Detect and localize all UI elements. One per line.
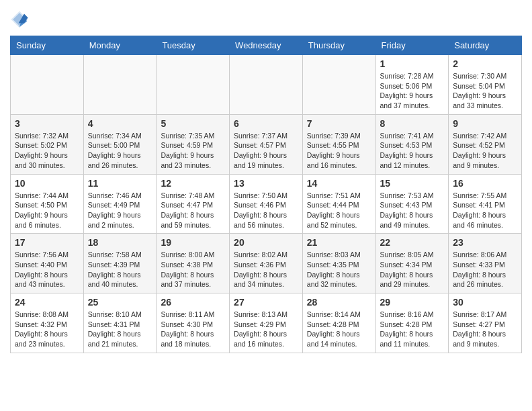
- week-row-3: 10Sunrise: 7:44 AMSunset: 4:50 PMDayligh…: [11, 174, 522, 234]
- day-cell: [11, 55, 84, 115]
- day-info: Sunrise: 7:30 AMSunset: 5:04 PMDaylight:…: [453, 71, 517, 111]
- day-info: Sunrise: 8:08 AMSunset: 4:32 PMDaylight:…: [15, 310, 79, 349]
- day-info: Sunrise: 7:42 AMSunset: 4:52 PMDaylight:…: [453, 131, 517, 171]
- day-cell: 4Sunrise: 7:34 AMSunset: 5:00 PMDaylight…: [83, 114, 157, 174]
- day-number: 22: [380, 237, 445, 248]
- header-monday: Monday: [83, 36, 157, 55]
- day-number: 14: [307, 178, 371, 189]
- day-info: Sunrise: 7:39 AMSunset: 4:55 PMDaylight:…: [307, 131, 371, 171]
- day-info: Sunrise: 8:16 AMSunset: 4:28 PMDaylight:…: [380, 310, 445, 349]
- day-cell: 17Sunrise: 7:56 AMSunset: 4:40 PMDayligh…: [11, 234, 84, 293]
- day-cell: 25Sunrise: 8:10 AMSunset: 4:31 PMDayligh…: [83, 293, 157, 353]
- day-cell: 6Sunrise: 7:37 AMSunset: 4:57 PMDaylight…: [230, 114, 303, 174]
- day-number: 1: [380, 58, 445, 69]
- page-header: [10, 10, 522, 29]
- day-number: 20: [234, 237, 298, 248]
- day-cell: 23Sunrise: 8:06 AMSunset: 4:33 PMDayligh…: [449, 234, 522, 293]
- day-number: 19: [161, 237, 225, 248]
- day-cell: 29Sunrise: 8:16 AMSunset: 4:28 PMDayligh…: [375, 293, 449, 353]
- logo: [10, 10, 32, 29]
- day-info: Sunrise: 8:06 AMSunset: 4:33 PMDaylight:…: [453, 250, 517, 289]
- header-saturday: Saturday: [449, 36, 522, 55]
- day-info: Sunrise: 7:34 AMSunset: 5:00 PMDaylight:…: [88, 131, 152, 171]
- header-wednesday: Wednesday: [230, 36, 303, 55]
- day-cell: 30Sunrise: 8:17 AMSunset: 4:27 PMDayligh…: [449, 293, 522, 353]
- day-info: Sunrise: 8:14 AMSunset: 4:28 PMDaylight:…: [307, 310, 371, 349]
- header-friday: Friday: [375, 36, 449, 55]
- week-row-5: 24Sunrise: 8:08 AMSunset: 4:32 PMDayligh…: [11, 293, 522, 353]
- day-number: 16: [453, 178, 517, 189]
- day-cell: 27Sunrise: 8:13 AMSunset: 4:29 PMDayligh…: [230, 293, 303, 353]
- day-info: Sunrise: 7:44 AMSunset: 4:50 PMDaylight:…: [15, 191, 79, 230]
- day-cell: 16Sunrise: 7:55 AMSunset: 4:41 PMDayligh…: [449, 174, 522, 234]
- day-info: Sunrise: 8:05 AMSunset: 4:34 PMDaylight:…: [380, 250, 445, 289]
- calendar-header: SundayMondayTuesdayWednesdayThursdayFrid…: [11, 36, 522, 55]
- day-number: 8: [380, 118, 445, 129]
- day-info: Sunrise: 7:55 AMSunset: 4:41 PMDaylight:…: [453, 191, 517, 230]
- day-number: 18: [88, 237, 152, 248]
- day-info: Sunrise: 7:37 AMSunset: 4:57 PMDaylight:…: [234, 131, 298, 171]
- day-info: Sunrise: 8:13 AMSunset: 4:29 PMDaylight:…: [234, 310, 298, 349]
- day-info: Sunrise: 8:03 AMSunset: 4:35 PMDaylight:…: [307, 250, 371, 289]
- day-number: 23: [453, 237, 517, 248]
- day-cell: 12Sunrise: 7:48 AMSunset: 4:47 PMDayligh…: [157, 174, 230, 234]
- day-cell: 26Sunrise: 8:11 AMSunset: 4:30 PMDayligh…: [157, 293, 230, 353]
- day-number: 7: [307, 118, 371, 129]
- day-info: Sunrise: 7:50 AMSunset: 4:46 PMDaylight:…: [234, 191, 298, 230]
- logo-icon: [10, 10, 29, 29]
- day-cell: 14Sunrise: 7:51 AMSunset: 4:44 PMDayligh…: [302, 174, 375, 234]
- day-number: 12: [161, 178, 225, 189]
- day-number: 25: [88, 297, 152, 308]
- week-row-2: 3Sunrise: 7:32 AMSunset: 5:02 PMDaylight…: [11, 114, 522, 174]
- day-number: 17: [15, 237, 79, 248]
- day-cell: 28Sunrise: 8:14 AMSunset: 4:28 PMDayligh…: [302, 293, 375, 353]
- day-cell: [230, 55, 303, 115]
- day-info: Sunrise: 7:48 AMSunset: 4:47 PMDaylight:…: [161, 191, 225, 230]
- day-number: 26: [161, 297, 225, 308]
- day-number: 3: [15, 118, 79, 129]
- day-number: 4: [88, 118, 152, 129]
- calendar-table: SundayMondayTuesdayWednesdayThursdayFrid…: [10, 36, 522, 353]
- header-sunday: Sunday: [11, 36, 84, 55]
- header-tuesday: Tuesday: [157, 36, 230, 55]
- day-cell: 3Sunrise: 7:32 AMSunset: 5:02 PMDaylight…: [11, 114, 84, 174]
- day-number: 10: [15, 178, 79, 189]
- day-info: Sunrise: 8:11 AMSunset: 4:30 PMDaylight:…: [161, 310, 225, 349]
- day-number: 5: [161, 118, 225, 129]
- day-info: Sunrise: 7:46 AMSunset: 4:49 PMDaylight:…: [88, 191, 152, 230]
- page-container: SundayMondayTuesdayWednesdayThursdayFrid…: [0, 0, 532, 360]
- week-row-1: 1Sunrise: 7:28 AMSunset: 5:06 PMDaylight…: [11, 55, 522, 115]
- day-number: 9: [453, 118, 517, 129]
- day-number: 11: [88, 178, 152, 189]
- day-number: 28: [307, 297, 371, 308]
- day-cell: 9Sunrise: 7:42 AMSunset: 4:52 PMDaylight…: [449, 114, 522, 174]
- day-number: 29: [380, 297, 445, 308]
- day-info: Sunrise: 8:02 AMSunset: 4:36 PMDaylight:…: [234, 250, 298, 289]
- day-info: Sunrise: 8:17 AMSunset: 4:27 PMDaylight:…: [453, 310, 517, 349]
- day-cell: 13Sunrise: 7:50 AMSunset: 4:46 PMDayligh…: [230, 174, 303, 234]
- day-cell: 18Sunrise: 7:58 AMSunset: 4:39 PMDayligh…: [83, 234, 157, 293]
- day-number: 21: [307, 237, 371, 248]
- day-cell: 11Sunrise: 7:46 AMSunset: 4:49 PMDayligh…: [83, 174, 157, 234]
- day-cell: 24Sunrise: 8:08 AMSunset: 4:32 PMDayligh…: [11, 293, 84, 353]
- day-number: 30: [453, 297, 517, 308]
- week-row-4: 17Sunrise: 7:56 AMSunset: 4:40 PMDayligh…: [11, 234, 522, 293]
- day-info: Sunrise: 8:00 AMSunset: 4:38 PMDaylight:…: [161, 250, 225, 289]
- day-cell: 22Sunrise: 8:05 AMSunset: 4:34 PMDayligh…: [375, 234, 449, 293]
- day-cell: 2Sunrise: 7:30 AMSunset: 5:04 PMDaylight…: [449, 55, 522, 115]
- day-number: 13: [234, 178, 298, 189]
- day-info: Sunrise: 7:51 AMSunset: 4:44 PMDaylight:…: [307, 191, 371, 230]
- day-info: Sunrise: 7:32 AMSunset: 5:02 PMDaylight:…: [15, 131, 79, 171]
- day-info: Sunrise: 8:10 AMSunset: 4:31 PMDaylight:…: [88, 310, 152, 349]
- day-number: 27: [234, 297, 298, 308]
- day-number: 2: [453, 58, 517, 69]
- day-info: Sunrise: 7:58 AMSunset: 4:39 PMDaylight:…: [88, 250, 152, 289]
- day-cell: [157, 55, 230, 115]
- day-cell: [83, 55, 157, 115]
- day-info: Sunrise: 7:56 AMSunset: 4:40 PMDaylight:…: [15, 250, 79, 289]
- day-cell: 10Sunrise: 7:44 AMSunset: 4:50 PMDayligh…: [11, 174, 84, 234]
- day-cell: 5Sunrise: 7:35 AMSunset: 4:59 PMDaylight…: [157, 114, 230, 174]
- header-row: SundayMondayTuesdayWednesdayThursdayFrid…: [11, 36, 522, 55]
- day-number: 15: [380, 178, 445, 189]
- day-info: Sunrise: 7:53 AMSunset: 4:43 PMDaylight:…: [380, 191, 445, 230]
